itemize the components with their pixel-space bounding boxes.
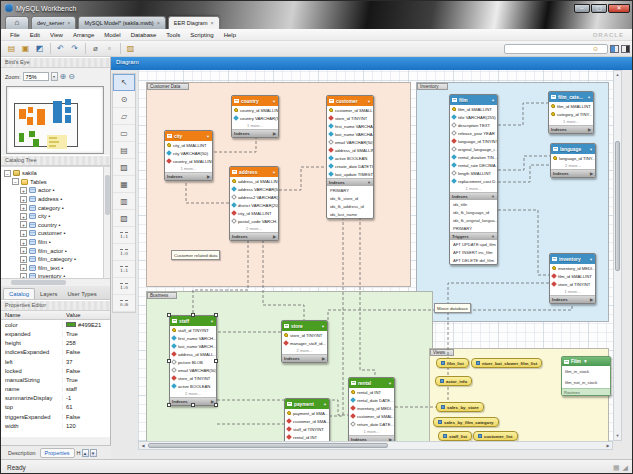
zoom-value-input[interactable]: 75% <box>23 72 49 81</box>
footer-indexes[interactable]: Indexes▶ <box>549 125 593 133</box>
routine-group-film[interactable]: Film▼film_in_stockfilm_not_in_stockRouti… <box>561 356 611 396</box>
horizontal-scroll-thumb[interactable] <box>148 443 388 448</box>
selection-handle[interactable] <box>167 359 171 363</box>
more-columns[interactable]: 1 more... <box>550 288 595 295</box>
tree-item-customer[interactable]: +customer • <box>4 229 110 238</box>
tree-expander-icon[interactable]: + <box>20 187 27 194</box>
section-indexes[interactable]: Indexes▼ <box>450 192 497 200</box>
menu-edit[interactable]: Edit <box>25 32 45 38</box>
table-header[interactable]: rental▼ <box>349 378 394 388</box>
table-header[interactable]: staff▼ <box>170 316 216 326</box>
tree-expander-icon[interactable]: + <box>20 196 27 203</box>
rel-1-1-non-identifying-icon[interactable]: 1:1 <box>113 227 135 244</box>
view-customer_list[interactable]: customer_list <box>473 431 518 441</box>
collapse-icon[interactable]: ▼ <box>272 170 276 175</box>
routine-group-header[interactable]: Film▼ <box>562 357 610 366</box>
tab-description[interactable]: Description <box>4 449 40 457</box>
section-indexes[interactable]: Indexes▼ <box>327 178 373 186</box>
layer-tool-icon[interactable]: ▭ <box>113 125 135 142</box>
table-header[interactable]: city▼ <box>165 131 212 141</box>
footer-indexes[interactable]: Indexes▶ <box>232 129 278 137</box>
table-header[interactable]: store▼ <box>282 321 327 331</box>
footer-expand-icon[interactable]: ▶ <box>590 297 593 302</box>
footer-expand-icon[interactable]: ▶ <box>590 171 593 176</box>
eraser-tool-icon[interactable]: ▱ <box>113 108 135 125</box>
doc-tab-mysql[interactable]: MySQL Model* (sakila.mwb)× <box>78 16 165 29</box>
tree-item-tables-folder[interactable]: −Tables <box>4 178 110 187</box>
tree-horizontal-scrollbar[interactable] <box>1 278 110 286</box>
routine-film_in_stock[interactable]: film_in_stock <box>562 366 610 377</box>
table-customer[interactable]: customer▼customer_id SMALL...store_id TI… <box>326 95 374 219</box>
tree-expander-icon[interactable]: + <box>20 256 27 263</box>
view-actor_info[interactable]: actor_info <box>435 376 472 386</box>
footer-indexes[interactable]: Indexes▶ <box>550 295 595 303</box>
property-row-locked[interactable]: lockedFalse <box>1 366 110 375</box>
collapse-icon[interactable]: ▼ <box>210 319 214 324</box>
redo-button[interactable]: ↷ <box>68 43 81 55</box>
footer-expand-icon[interactable]: ▶ <box>588 127 591 132</box>
search-input[interactable] <box>507 46 593 52</box>
property-row-left[interactable]: left37 <box>1 357 110 366</box>
scroll-left-icon[interactable]: ◀ <box>139 442 147 449</box>
table-film_cate[interactable]: film_cate...▼film_id SMALLINTcategory_id… <box>548 91 594 134</box>
toggle-right-panel-icon[interactable] <box>621 45 630 53</box>
new-document-button[interactable]: ▤ <box>5 43 18 55</box>
image-tool-icon[interactable]: ▨ <box>113 159 135 176</box>
toggle-left-panel-icon[interactable] <box>610 45 619 53</box>
scroll-up-icon[interactable]: ▲ <box>614 71 621 79</box>
footer-indexes[interactable]: Indexes▶ <box>551 169 595 177</box>
view-staff_list[interactable]: staff_list <box>438 431 472 441</box>
rel-1-1-identifying-icon[interactable]: 1:1 <box>113 261 135 278</box>
table-inventory[interactable]: inventory▼inventory_id MEDI...film_id SM… <box>549 253 596 304</box>
more-columns[interactable]: 2 more... <box>282 347 327 354</box>
close-button[interactable]: ✕ <box>608 4 630 13</box>
more-columns[interactable]: 1 more... <box>232 122 278 129</box>
pan-tool-icon[interactable]: ⊙ <box>113 91 135 108</box>
routine-group-tool-icon[interactable]: ▧ <box>113 210 135 227</box>
view-sales_by_store[interactable]: sales_by_store <box>436 402 484 412</box>
menu-view[interactable]: View <box>45 32 68 38</box>
birds-eye-minimap[interactable] <box>6 86 104 154</box>
more-columns[interactable]: 1 more... <box>349 428 394 435</box>
menu-tools[interactable]: Tools <box>161 32 185 38</box>
diagram-canvas[interactable]: Customer DataInventoryBusinessViewsCusto… <box>138 70 613 441</box>
tree-expander-icon[interactable]: + <box>20 221 27 228</box>
tree-expander-icon[interactable]: + <box>20 264 27 271</box>
canvas-vertical-scrollbar[interactable]: ▲ ▼ <box>613 70 622 441</box>
tree-item-address[interactable]: +address • <box>4 195 110 204</box>
table-header[interactable]: customer▼ <box>327 96 373 106</box>
table-city[interactable]: city▼city_id SMALLINTcity VARCHAR(50)cou… <box>164 130 213 181</box>
routine-film_not_in_stock[interactable]: film_not_in_stock <box>562 377 610 388</box>
selection-handle[interactable] <box>214 359 218 363</box>
footer-indexes[interactable]: Indexes▶ <box>282 354 327 362</box>
tree-item-city[interactable]: +city • <box>4 212 110 221</box>
tab-close-icon[interactable]: × <box>67 20 70 26</box>
save-model-button[interactable]: ◩ <box>33 43 46 55</box>
menu-file[interactable]: File <box>5 32 25 38</box>
minimize-button[interactable]: – <box>574 4 590 13</box>
menu-model[interactable]: Model <box>99 32 125 38</box>
tree-expander-icon[interactable]: − <box>12 178 19 185</box>
table-country[interactable]: country▼country_id SMALLINTcountry VARCH… <box>231 95 279 138</box>
scroll-down-icon[interactable]: ▼ <box>614 432 621 440</box>
property-row-color[interactable]: color#499E21 <box>1 320 110 329</box>
more-columns[interactable]: 1 more... <box>549 118 593 125</box>
rel-1-n-identifying-icon[interactable]: 1:n <box>113 278 135 295</box>
rel-1-n-non-identifying-icon[interactable]: 1:n <box>113 244 135 261</box>
property-row-width[interactable]: width120 <box>1 421 110 430</box>
search-icon[interactable]: ⊙ <box>593 45 598 52</box>
new-diagram-button[interactable]: ▨ <box>124 43 137 55</box>
more-columns[interactable]: 1 more... <box>165 165 212 172</box>
panel-down-icon[interactable]: ▼ <box>90 449 97 457</box>
view-tool-icon[interactable]: ▥ <box>113 193 135 210</box>
table-film[interactable]: film▼film_id SMALLINTtitle VARCHAR(255)d… <box>449 94 498 265</box>
tree-item-film_actor[interactable]: +film_actor • <box>4 246 110 255</box>
table-header[interactable]: inventory▼ <box>550 254 595 264</box>
more-columns[interactable]: 2 more... <box>551 162 595 169</box>
selection-handle[interactable] <box>167 313 171 317</box>
table-header[interactable]: address▼ <box>230 167 278 177</box>
property-row-indicesExpanded[interactable]: indicesExpandedFalse <box>1 348 110 357</box>
collapse-icon[interactable]: ▼ <box>367 99 371 104</box>
section-collapse-icon[interactable]: ▼ <box>367 180 371 185</box>
undo-button[interactable]: ↶ <box>54 43 67 55</box>
